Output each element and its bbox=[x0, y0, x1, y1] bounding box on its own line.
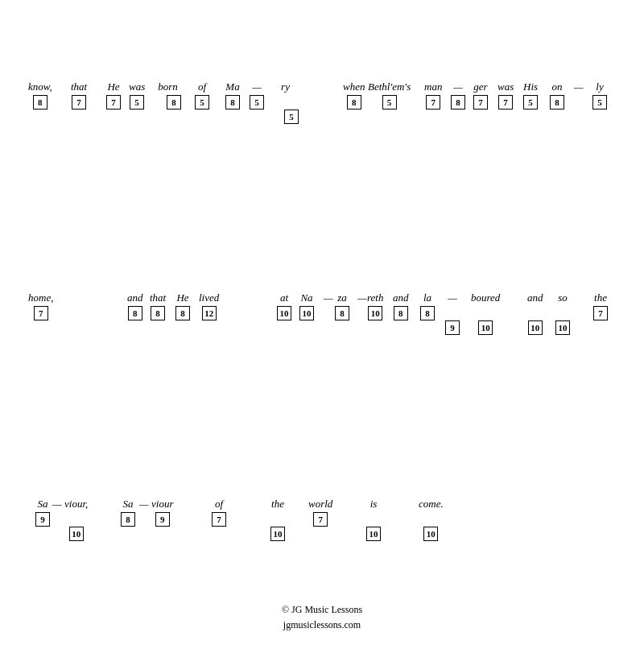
word-on: on 8 bbox=[550, 81, 564, 110]
lyric-he1: He bbox=[107, 81, 119, 93]
num-10-reth: 10 bbox=[368, 306, 382, 320]
lyric-ry: ry bbox=[281, 81, 290, 93]
num-10-boured: 10 bbox=[478, 320, 493, 335]
word-sa2: Sa 8 bbox=[121, 498, 135, 527]
num-8-za: 8 bbox=[335, 306, 349, 320]
num-5-dash1: 5 bbox=[250, 95, 264, 110]
lyric-dash2: — bbox=[453, 81, 463, 93]
num-9-sa1: 9 bbox=[35, 512, 50, 527]
word-reth: reth 10 bbox=[367, 291, 383, 320]
word-dash3: — bbox=[574, 81, 584, 93]
word-home: home, 7 bbox=[28, 291, 53, 320]
lyric-sa1: Sa bbox=[38, 498, 48, 511]
word-lived: lived 12 bbox=[199, 291, 219, 320]
num-8-and2: 8 bbox=[394, 306, 408, 320]
word-viour2: viour 9 bbox=[151, 498, 173, 527]
lyric-and3: and bbox=[527, 291, 543, 304]
word-dash7: — bbox=[52, 498, 62, 511]
lyric-man: man bbox=[424, 81, 442, 93]
word-born: born 8 bbox=[155, 81, 181, 110]
num-8-he2: 8 bbox=[175, 306, 190, 320]
lyric-viour2: viour bbox=[151, 498, 173, 511]
word-and1: and 8 bbox=[127, 291, 143, 320]
word-the1: the 7 bbox=[593, 291, 608, 320]
word-come: come. 10 bbox=[419, 498, 444, 541]
lyric-dash4: — bbox=[324, 291, 333, 304]
lyric-dash1: — bbox=[252, 81, 262, 93]
lyric-home: home, bbox=[28, 291, 53, 304]
num-5-his: 5 bbox=[523, 95, 538, 110]
word-na: Na 10 bbox=[299, 291, 314, 320]
lyric-his: His bbox=[523, 81, 538, 93]
num-8-sa2: 8 bbox=[121, 512, 135, 527]
lyric-dash8: — bbox=[139, 498, 149, 511]
lyric-za: za bbox=[337, 291, 347, 304]
lyric-was1: was bbox=[129, 81, 145, 93]
num-5-of1: 5 bbox=[195, 95, 209, 110]
num-5-ly: 5 bbox=[592, 95, 607, 110]
lyric-on: on bbox=[552, 81, 563, 93]
lyric-so: so bbox=[558, 291, 568, 304]
website-url: jgmusiclessons.com bbox=[0, 618, 644, 633]
num-7-world: 7 bbox=[313, 512, 328, 527]
num-7-that1: 7 bbox=[72, 95, 86, 110]
num-10-the2: 10 bbox=[270, 527, 285, 541]
num-7-home: 7 bbox=[34, 306, 48, 320]
num-8-born: 8 bbox=[167, 95, 181, 110]
word-that1: that 7 bbox=[71, 81, 87, 110]
num-10-so: 10 bbox=[555, 320, 570, 335]
num-5-ry: 5 bbox=[284, 110, 299, 124]
lyric-and1: and bbox=[127, 291, 143, 304]
lyric-dash6: — bbox=[448, 291, 457, 304]
num-10-is: 10 bbox=[366, 527, 381, 541]
num-9-dash6: 9 bbox=[445, 320, 460, 335]
word-know: know, 8 bbox=[28, 81, 52, 110]
lyric-bethlem: Bethl'em's bbox=[368, 81, 411, 93]
footer: © JG Music Lessons jgmusiclessons.com bbox=[0, 602, 644, 633]
lyric-at: at bbox=[280, 291, 288, 304]
num-12-lived: 12 bbox=[202, 306, 217, 320]
word-man: man 7 bbox=[424, 81, 442, 110]
lyric-ger: ger bbox=[473, 81, 487, 93]
num-10-na: 10 bbox=[299, 306, 314, 320]
word-sa1: Sa 9 bbox=[35, 498, 50, 527]
lyric-and2: and bbox=[393, 291, 409, 304]
word-dash2: — 8 bbox=[451, 81, 465, 110]
num-8-la: 8 bbox=[420, 306, 435, 320]
lyric-the1: the bbox=[594, 291, 607, 304]
lyric-ly: ly bbox=[596, 81, 603, 93]
word-dash5: — bbox=[357, 291, 367, 304]
num-10-viour1: 10 bbox=[69, 527, 84, 541]
lyric-when: when bbox=[343, 81, 365, 93]
num-8-ma: 8 bbox=[225, 95, 240, 110]
num-5-was1: 5 bbox=[130, 95, 144, 110]
num-7-the1: 7 bbox=[593, 306, 608, 320]
lyric-know: know, bbox=[28, 81, 52, 93]
word-ma: Ma 8 bbox=[225, 81, 240, 110]
word-of2: of 7 bbox=[212, 498, 226, 527]
num-7-man: 7 bbox=[426, 95, 440, 110]
num-5-bethlem: 5 bbox=[382, 95, 397, 110]
lyric-that1: that bbox=[71, 81, 87, 93]
word-was1: was 5 bbox=[129, 81, 145, 110]
lyric-boured: boured bbox=[471, 291, 500, 304]
num-8-on: 8 bbox=[550, 95, 564, 110]
lyric-dash5: — bbox=[357, 291, 367, 304]
word-za: za 8 bbox=[335, 291, 349, 320]
word-dash8: — bbox=[139, 498, 149, 511]
lyric-of1: of bbox=[198, 81, 206, 93]
lyric-was2: was bbox=[497, 81, 514, 93]
num-7-he1: 7 bbox=[106, 95, 121, 110]
word-ly: ly 5 bbox=[592, 81, 607, 110]
lyric-come: come. bbox=[419, 498, 444, 511]
num-7-of2: 7 bbox=[212, 512, 226, 527]
lyric-the2: the bbox=[271, 498, 284, 511]
word-dash1: — 5 bbox=[250, 81, 264, 110]
lyric-that2: that bbox=[150, 291, 166, 304]
num-8-when: 8 bbox=[347, 95, 361, 110]
word-so: so 10 bbox=[555, 291, 570, 335]
num-10-at: 10 bbox=[277, 306, 291, 320]
num-8-and1: 8 bbox=[128, 306, 142, 320]
word-that2: that 8 bbox=[150, 291, 166, 320]
word-viour1: viour, 10 bbox=[64, 498, 88, 541]
